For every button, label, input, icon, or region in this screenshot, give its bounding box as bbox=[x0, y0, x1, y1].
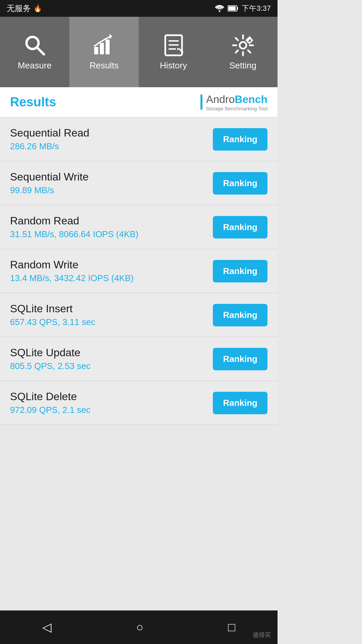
result-info-random-read: Random Read 31.51 MB/s, 8066.64 IOPS (4K… bbox=[10, 215, 213, 239]
wifi-icon bbox=[215, 5, 224, 12]
result-value-sqlite-insert: 657.43 QPS, 3.11 sec bbox=[10, 317, 213, 327]
results-header: Results AndroBench Storage Benchmarking … bbox=[0, 87, 278, 117]
ranking-btn-random-read[interactable]: Ranking bbox=[213, 216, 267, 238]
svg-point-0 bbox=[219, 10, 221, 12]
result-row-sqlite-insert: SQLite Insert 657.43 QPS, 3.11 sec Ranki… bbox=[0, 293, 278, 337]
result-name-sequential-read: Sequential Read bbox=[10, 127, 213, 139]
search-icon bbox=[23, 34, 47, 57]
ranking-btn-sequential-read[interactable]: Ranking bbox=[213, 128, 267, 151]
svg-line-5 bbox=[37, 48, 44, 54]
result-row-sequential-write: Sequential Write 99.89 MB/s Ranking bbox=[0, 161, 278, 205]
result-name-sqlite-insert: SQLite Insert bbox=[10, 303, 213, 315]
brand-bar bbox=[200, 95, 202, 110]
result-value-random-read: 31.51 MB/s, 8066.64 IOPS (4KB) bbox=[10, 229, 213, 239]
result-row-random-read: Random Read 31.51 MB/s, 8066.64 IOPS (4K… bbox=[0, 205, 278, 249]
results-label: Results bbox=[89, 60, 119, 71]
result-name-random-write: Random Write bbox=[10, 259, 213, 271]
time-display: 下午3:37 bbox=[242, 3, 271, 13]
logo-wrapper: AndroBench Storage Benchmarking Tool bbox=[206, 93, 267, 111]
result-row-sequential-read: Sequential Read 286.26 MB/s Ranking bbox=[0, 117, 278, 161]
tab-measure[interactable]: Measure bbox=[0, 17, 69, 87]
carrier-text: 无服务 bbox=[7, 3, 31, 14]
svg-line-23 bbox=[236, 50, 238, 53]
brand-text: AndroBench bbox=[206, 93, 267, 106]
chart-icon bbox=[93, 34, 116, 57]
tab-results[interactable]: Results bbox=[69, 17, 139, 87]
result-name-sqlite-delete: SQLite Delete bbox=[10, 390, 213, 403]
svg-line-21 bbox=[248, 50, 250, 53]
history-icon bbox=[162, 34, 185, 57]
result-name-sequential-write: Sequential Write bbox=[10, 171, 213, 183]
result-value-sequential-write: 99.89 MB/s bbox=[10, 185, 213, 196]
result-info-sqlite-update: SQLite Update 805.5 QPS, 2.53 sec bbox=[10, 346, 213, 371]
result-row-sqlite-delete: SQLite Delete 972.09 QPS, 2.1 sec Rankin… bbox=[0, 381, 278, 425]
svg-rect-3 bbox=[228, 6, 236, 10]
svg-rect-6 bbox=[94, 47, 98, 54]
result-info-sqlite-delete: SQLite Delete 972.09 QPS, 2.1 sec bbox=[10, 390, 213, 415]
status-left: 无服务 🔥 bbox=[7, 3, 42, 14]
result-info-sequential-write: Sequential Write 99.89 MB/s bbox=[10, 171, 213, 196]
page-title: Results bbox=[10, 95, 56, 109]
result-row-sqlite-update: SQLite Update 805.5 QPS, 2.53 sec Rankin… bbox=[0, 337, 278, 381]
brand-subtitle: Storage Benchmarking Tool bbox=[206, 106, 267, 111]
svg-line-20 bbox=[236, 38, 238, 40]
result-value-sequential-read: 286.26 MB/s bbox=[10, 141, 213, 152]
svg-rect-7 bbox=[100, 43, 104, 54]
result-info-sequential-read: Sequential Read 286.26 MB/s bbox=[10, 127, 213, 152]
battery-icon bbox=[228, 5, 238, 12]
status-right: 下午3:37 bbox=[215, 3, 271, 13]
svg-rect-8 bbox=[106, 40, 110, 54]
result-value-sqlite-delete: 972.09 QPS, 2.1 sec bbox=[10, 405, 213, 415]
tab-history[interactable]: History bbox=[139, 17, 208, 87]
fire-icon: 🔥 bbox=[34, 4, 42, 12]
result-info-random-write: Random Write 13.4 MB/s, 3432.42 IOPS (4K… bbox=[10, 259, 213, 283]
gear-icon bbox=[231, 34, 255, 57]
ranking-btn-sqlite-delete[interactable]: Ranking bbox=[213, 392, 267, 414]
result-name-random-read: Random Read bbox=[10, 215, 213, 227]
results-list: Sequential Read 286.26 MB/s Ranking Sequ… bbox=[0, 117, 278, 425]
ranking-btn-sqlite-update[interactable]: Ranking bbox=[213, 348, 267, 370]
result-value-random-write: 13.4 MB/s, 3432.42 IOPS (4KB) bbox=[10, 273, 213, 283]
tab-setting[interactable]: Setting bbox=[208, 17, 278, 87]
logo-line: AndroBench bbox=[206, 93, 267, 106]
result-row-random-write: Random Write 13.4 MB/s, 3432.42 IOPS (4K… bbox=[0, 249, 278, 293]
ranking-btn-sqlite-insert[interactable]: Ranking bbox=[213, 304, 267, 326]
ranking-btn-random-write[interactable]: Ranking bbox=[213, 260, 267, 282]
ranking-btn-sequential-write[interactable]: Ranking bbox=[213, 172, 267, 195]
result-info-sqlite-insert: SQLite Insert 657.43 QPS, 3.11 sec bbox=[10, 303, 213, 327]
svg-rect-2 bbox=[237, 7, 238, 10]
status-bar: 无服务 🔥 下午3:37 bbox=[0, 0, 278, 17]
history-label: History bbox=[160, 60, 187, 71]
svg-point-15 bbox=[240, 42, 246, 49]
measure-label: Measure bbox=[18, 60, 52, 71]
nav-tabs: Measure Results History bbox=[0, 17, 278, 87]
result-name-sqlite-update: SQLite Update bbox=[10, 346, 213, 359]
result-value-sqlite-update: 805.5 QPS, 2.53 sec bbox=[10, 361, 213, 371]
brand-logo: AndroBench Storage Benchmarking Tool bbox=[200, 93, 267, 111]
setting-label: Setting bbox=[229, 60, 256, 71]
